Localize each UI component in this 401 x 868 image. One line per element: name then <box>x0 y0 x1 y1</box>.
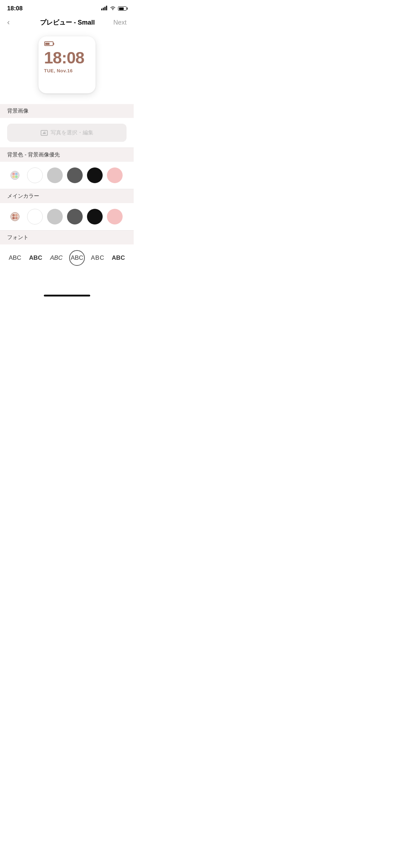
svg-point-9 <box>12 176 15 178</box>
widget-preview-container: 18:08 TUE, Nov.16 <box>0 33 134 104</box>
font-section-header: フォント <box>0 231 134 244</box>
status-bar: 18:08 <box>0 0 134 15</box>
widget-card: 18:08 TUE, Nov.16 <box>38 36 96 93</box>
home-indicator-area <box>0 272 134 300</box>
font-selected[interactable]: ABC <box>69 250 85 266</box>
svg-point-5 <box>11 171 19 180</box>
font-normal[interactable]: ABC <box>90 250 106 266</box>
signal-icon <box>101 6 108 11</box>
svg-rect-3 <box>106 6 107 10</box>
main-color-white[interactable] <box>27 209 43 224</box>
bg-color-row <box>7 167 127 183</box>
svg-point-13 <box>15 217 18 219</box>
widget-battery <box>44 41 90 46</box>
svg-point-10 <box>11 212 19 221</box>
bg-palette-icon[interactable] <box>7 167 23 183</box>
font-section: ABC ABC ABC ABC ABC ABC ABC 🔡 <box>0 244 134 272</box>
bg-color-white[interactable] <box>27 167 43 183</box>
main-color-section <box>0 203 134 230</box>
main-color-darkgray[interactable] <box>67 209 83 224</box>
svg-point-6 <box>12 173 15 175</box>
bg-image-button[interactable]: 写真を選択・編集 <box>7 124 127 142</box>
wifi-icon <box>110 6 116 11</box>
bg-image-button-label: 写真を選択・編集 <box>51 129 93 136</box>
svg-point-14 <box>12 217 15 219</box>
bg-color-lightpink[interactable] <box>107 167 123 183</box>
back-button[interactable]: ‹ <box>7 18 21 27</box>
next-button[interactable]: Next <box>113 19 127 26</box>
font-extrabold[interactable]: ABC <box>110 250 126 266</box>
main-color-section-header: メインカラー <box>0 189 134 203</box>
main-color-row <box>7 209 127 224</box>
font-bold[interactable]: ABC <box>28 250 43 266</box>
home-indicator <box>44 295 90 296</box>
widget-battery-body <box>44 41 53 46</box>
widget-date: TUE, Nov.16 <box>44 68 90 73</box>
main-color-lightgray[interactable] <box>47 209 63 224</box>
svg-rect-1 <box>103 8 104 11</box>
bg-color-darkgray[interactable] <box>67 167 83 183</box>
svg-point-12 <box>15 214 18 217</box>
bg-color-black[interactable] <box>87 167 103 183</box>
status-icons <box>101 6 127 11</box>
svg-rect-0 <box>101 9 102 10</box>
svg-point-8 <box>15 176 18 178</box>
battery-icon <box>118 6 127 11</box>
svg-point-11 <box>12 214 15 217</box>
bg-color-section <box>0 162 134 189</box>
photo-icon <box>41 130 48 136</box>
bg-color-lightgray[interactable] <box>47 167 63 183</box>
main-color-black[interactable] <box>87 209 103 224</box>
svg-point-4 <box>112 9 113 10</box>
status-time: 18:08 <box>7 5 22 12</box>
font-row: ABC ABC ABC ABC ABC ABC ABC 🔡 <box>7 250 127 266</box>
svg-point-7 <box>15 173 18 175</box>
bg-image-section: 写真を選択・編集 <box>0 118 134 148</box>
page-title: プレビュー - Small <box>40 18 95 27</box>
main-color-lightpink[interactable] <box>107 209 123 224</box>
font-italic[interactable]: ABC <box>48 250 64 266</box>
bg-color-section-header: 背景色 - 背景画像優先 <box>0 148 134 162</box>
bg-image-section-header: 背景画像 <box>0 104 134 118</box>
main-palette-icon[interactable] <box>7 209 23 224</box>
svg-rect-2 <box>104 7 106 10</box>
nav-bar: ‹ プレビュー - Small Next <box>0 15 134 33</box>
font-thin[interactable]: ABC <box>7 250 23 266</box>
widget-time: 18:08 <box>44 50 90 66</box>
